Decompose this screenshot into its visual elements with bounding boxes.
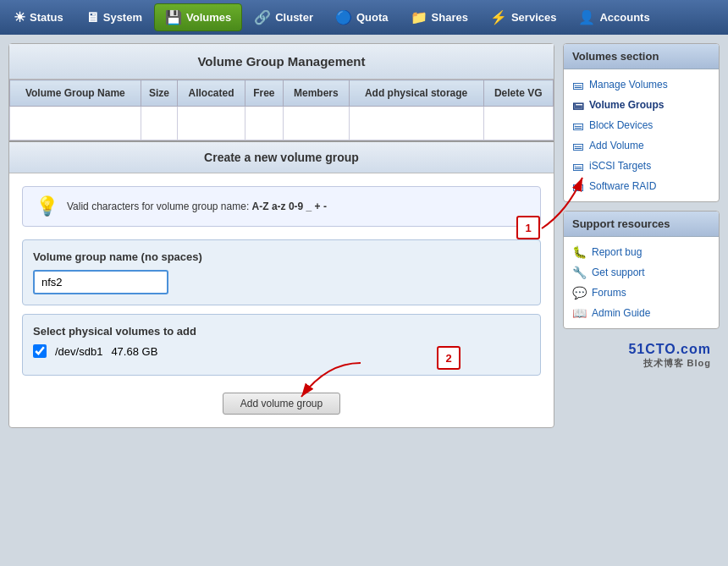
block-devices-icon: 🖴: [572, 118, 584, 132]
col-header-free: Free: [245, 80, 283, 107]
pv-checkbox-0[interactable]: [33, 344, 47, 358]
accounts-nav-label: Accounts: [599, 11, 649, 24]
system-nav-label: System: [103, 11, 142, 24]
sidebar-link-forums[interactable]: 💬Forums: [564, 283, 719, 303]
sidebar-link-block-devices[interactable]: 🖴Block Devices: [564, 115, 719, 135]
sidebar-link-software-raid[interactable]: 🖴Software RAID: [564, 176, 719, 196]
get-support-icon: 🔧: [572, 266, 587, 279]
services-nav-icon: ⚡: [490, 9, 507, 25]
cluster-nav-label: Cluster: [275, 11, 313, 24]
nav-item-system[interactable]: 🖥System: [75, 3, 152, 31]
col-header-name: Volume Group Name: [10, 80, 141, 107]
nav-item-status[interactable]: ☀Status: [3, 3, 74, 31]
volume-groups-icon: 🖴: [572, 98, 584, 112]
manage-volumes-label: Manage Volumes: [589, 79, 668, 91]
nav-item-shares[interactable]: 📁Shares: [400, 3, 478, 31]
iscsi-targets-icon: 🖴: [572, 159, 584, 173]
nav-item-volumes[interactable]: 💾Volumes: [154, 3, 242, 31]
top-nav: ☀Status🖥System💾Volumes🔗Cluster🔵Quota📁Sha…: [0, 0, 728, 35]
cluster-nav-icon: 🔗: [254, 9, 271, 25]
sidebar-link-add-volume[interactable]: 🖴Add Volume: [564, 135, 719, 156]
annotation-box-1: 1: [516, 216, 540, 239]
volumes-section: Volumes section 🖴Manage Volumes🖴Volume G…: [563, 43, 720, 202]
status-nav-label: Status: [30, 11, 63, 24]
sidebar: Volumes section 🖴Manage Volumes🖴Volume G…: [563, 43, 720, 374]
watermark-sub: 技术博客 Blog: [571, 357, 711, 370]
nav-item-services[interactable]: ⚡Services: [480, 3, 567, 31]
content-area: Volume Group Management Volume Group Nam…: [8, 43, 554, 428]
sidebar-link-manage-volumes[interactable]: 🖴Manage Volumes: [564, 74, 719, 95]
vg-name-label: Volume group name (no spaces): [33, 250, 530, 263]
volume-group-table: Volume Group NameSizeAllocatedFreeMember…: [9, 80, 554, 140]
quota-nav-label: Quota: [356, 11, 389, 24]
shares-nav-icon: 📁: [411, 9, 427, 25]
shares-nav-label: Shares: [432, 11, 468, 24]
sidebar-link-iscsi-targets[interactable]: 🖴iSCSI Targets: [564, 156, 719, 176]
nav-item-quota[interactable]: 🔵Quota: [325, 3, 399, 31]
vg-name-group: Volume group name (no spaces): [22, 239, 541, 305]
col-header-size: Size: [141, 80, 178, 107]
software-raid-label: Software RAID: [589, 180, 656, 192]
support-section: Support resources 🐛Report bug🔧Get suppor…: [563, 211, 720, 329]
vg-name-input[interactable]: [33, 270, 168, 294]
watermark: 51CTO.com 技术博客 Blog: [563, 338, 720, 374]
hint-text: Valid characters for volume group name: …: [67, 201, 327, 212]
add-volume-label: Add Volume: [589, 140, 644, 151]
manage-volumes-icon: 🖴: [572, 78, 584, 91]
volumes-section-header: Volumes section: [564, 44, 719, 69]
services-nav-label: Services: [511, 11, 557, 24]
system-nav-icon: 🖥: [85, 10, 99, 25]
create-section: Create a new volume group 💡 Valid charac…: [9, 140, 554, 427]
pv-size-label: 47.68 GB: [111, 345, 157, 358]
iscsi-targets-label: iSCSI Targets: [589, 160, 651, 172]
support-section-header: Support resources: [564, 212, 719, 237]
status-nav-icon: ☀: [14, 9, 25, 25]
report-bug-label: Report bug: [592, 246, 642, 258]
watermark-main: 51CTO.com: [571, 342, 711, 357]
pv-device-label: /dev/sdb1: [55, 345, 102, 358]
annotation-box-2: 2: [437, 346, 461, 370]
nav-item-cluster[interactable]: 🔗Cluster: [244, 3, 323, 31]
forums-label: Forums: [592, 287, 626, 299]
forums-icon: 💬: [572, 286, 587, 299]
accounts-nav-icon: 👤: [578, 9, 595, 25]
nav-item-accounts[interactable]: 👤Accounts: [568, 3, 659, 31]
create-section-title: Create a new volume group: [9, 140, 554, 173]
volumes-nav-icon: 💾: [165, 9, 182, 25]
block-devices-label: Block Devices: [589, 119, 653, 131]
quota-nav-icon: 🔵: [335, 9, 352, 25]
col-header-add_storage: Add physical storage: [349, 80, 483, 107]
col-header-allocated: Allocated: [178, 80, 245, 107]
volumes-nav-label: Volumes: [186, 11, 231, 24]
pv-label: Select physical volumes to add: [33, 325, 530, 338]
sidebar-link-report-bug[interactable]: 🐛Report bug: [564, 242, 719, 262]
get-support-label: Get support: [592, 267, 645, 278]
lightbulb-icon: 💡: [36, 195, 58, 217]
add-volume-icon: 🖴: [572, 139, 584, 152]
sidebar-link-admin-guide[interactable]: 📖Admin Guide: [564, 303, 719, 323]
table-row: [10, 107, 554, 140]
volume-groups-label: Volume Groups: [589, 99, 664, 111]
col-header-members: Members: [284, 80, 350, 107]
admin-guide-label: Admin Guide: [592, 307, 650, 319]
col-header-delete_vg: Delete VG: [483, 80, 553, 107]
software-raid-icon: 🖴: [572, 179, 584, 193]
pv-select-group: Select physical volumes to add /dev/sdb1…: [22, 314, 541, 376]
report-bug-icon: 🐛: [572, 245, 587, 259]
sidebar-link-volume-groups[interactable]: 🖴Volume Groups: [564, 95, 719, 115]
main-section-title: Volume Group Management: [9, 44, 554, 80]
sidebar-link-get-support[interactable]: 🔧Get support: [564, 262, 719, 283]
add-volume-group-button[interactable]: Add volume group: [223, 393, 340, 415]
admin-guide-icon: 📖: [572, 306, 587, 320]
hint-box: 💡 Valid characters for volume group name…: [22, 186, 541, 227]
